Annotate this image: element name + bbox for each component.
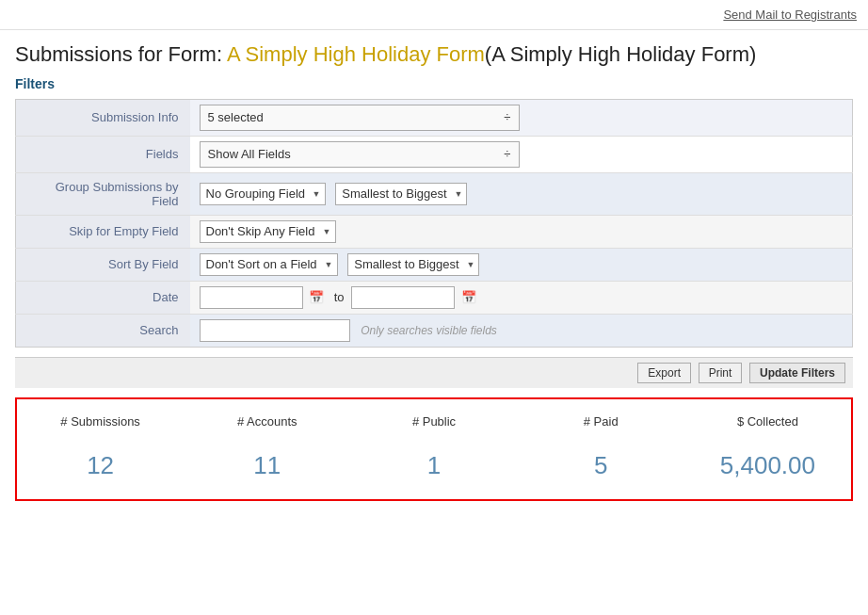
filter-row-search: Search Only searches visible fields (16, 314, 853, 347)
filter-row-sort: Sort By Field Don't Sort on a Field Smal… (16, 248, 853, 281)
stat-value-paid: 5 (518, 451, 684, 480)
calendar-from-icon: 📅 (309, 290, 324, 304)
sort-order-select-wrap: Smallest to Biggest (347, 253, 479, 276)
skip-select[interactable]: Don't Skip Any Field (200, 220, 336, 243)
submission-info-select[interactable]: 5 selected ÷ (200, 105, 520, 131)
control-submission-info: 5 selected ÷ (190, 99, 853, 136)
label-sort: Sort By Field (16, 248, 190, 281)
control-skip: Don't Skip Any Field (190, 215, 853, 248)
stat-header-paid: # Paid (518, 414, 684, 429)
print-button[interactable]: Print (699, 363, 743, 383)
button-row: Export Print Update Filters (15, 357, 853, 388)
calendar-to-icon: 📅 (461, 290, 476, 304)
control-fields: Show All Fields ÷ (190, 136, 853, 172)
stat-value-submissions: 12 (17, 451, 184, 480)
filters-heading: Filters (15, 76, 853, 91)
search-input[interactable] (200, 319, 350, 342)
label-skip: Skip for Empty Field (16, 215, 190, 248)
date-from-input[interactable] (200, 286, 303, 309)
control-search: Only searches visible fields (190, 314, 853, 347)
stat-header-collected: $ Collected (684, 414, 851, 429)
filter-row-group: Group Submissions by Field No Grouping F… (16, 172, 853, 215)
stat-value-accounts: 11 (184, 451, 350, 480)
control-group: No Grouping Field Smallest to Biggest (190, 172, 853, 215)
stat-value-collected: 5,400.00 (684, 451, 851, 480)
export-button[interactable]: Export (637, 363, 691, 383)
search-hint: Only searches visible fields (361, 324, 497, 337)
stats-values: 12 11 1 5 5,400.00 (17, 438, 851, 480)
filter-row-skip: Skip for Empty Field Don't Skip Any Fiel… (16, 215, 853, 248)
fields-arrow: ÷ (504, 147, 510, 161)
sort-order-select[interactable]: Smallest to Biggest (347, 253, 479, 276)
update-filters-button[interactable]: Update Filters (749, 363, 845, 383)
filter-row-fields: Fields Show All Fields ÷ (16, 136, 853, 172)
date-to-label: to (334, 290, 345, 304)
group-field-select[interactable]: No Grouping Field (200, 183, 326, 205)
top-bar: Send Mail to Registrants (0, 0, 868, 30)
stat-value-public: 1 (350, 451, 517, 480)
form-name: A Simply High Holiday Form (227, 42, 485, 66)
submission-info-arrow: ÷ (504, 110, 510, 124)
group-order-select-wrap: Smallest to Biggest (335, 183, 467, 205)
stats-container: # Submissions # Accounts # Public # Paid… (15, 397, 853, 501)
label-search: Search (16, 314, 190, 347)
control-date: 📅 to 📅 (190, 281, 853, 314)
date-to-input[interactable] (351, 286, 455, 309)
sort-field-select[interactable]: Don't Sort on a Field (200, 253, 338, 276)
title-prefix: Submissions for Form: (15, 42, 227, 66)
fields-select[interactable]: Show All Fields ÷ (200, 141, 520, 168)
skip-select-wrap: Don't Skip Any Field (200, 220, 336, 243)
page-content: Submissions for Form: A Simply High Holi… (0, 30, 868, 512)
stat-header-public: # Public (350, 414, 517, 429)
label-date: Date (16, 281, 190, 314)
page-title: Submissions for Form: A Simply High Holi… (15, 41, 853, 69)
filter-row-date: Date 📅 to 📅 (16, 281, 853, 314)
stat-header-accounts: # Accounts (184, 414, 350, 429)
fields-value: Show All Fields (208, 147, 291, 161)
group-order-select[interactable]: Smallest to Biggest (335, 183, 467, 205)
send-mail-link[interactable]: Send Mail to Registrants (723, 8, 857, 22)
filters-table: Submission Info 5 selected ÷ Fields Show… (15, 99, 853, 348)
filter-row-submission-info: Submission Info 5 selected ÷ (16, 99, 853, 136)
stat-header-submissions: # Submissions (17, 414, 184, 429)
label-group: Group Submissions by Field (16, 172, 190, 215)
submission-info-value: 5 selected (208, 110, 264, 124)
group-field-select-wrap: No Grouping Field (200, 183, 326, 205)
stats-header: # Submissions # Accounts # Public # Paid… (17, 414, 851, 438)
sort-field-select-wrap: Don't Sort on a Field (200, 253, 338, 276)
label-fields: Fields (16, 136, 190, 172)
label-submission-info: Submission Info (16, 99, 190, 136)
form-name-suffix: (A Simply High Holiday Form) (485, 42, 757, 66)
control-sort: Don't Sort on a Field Smallest to Bigges… (190, 248, 853, 281)
